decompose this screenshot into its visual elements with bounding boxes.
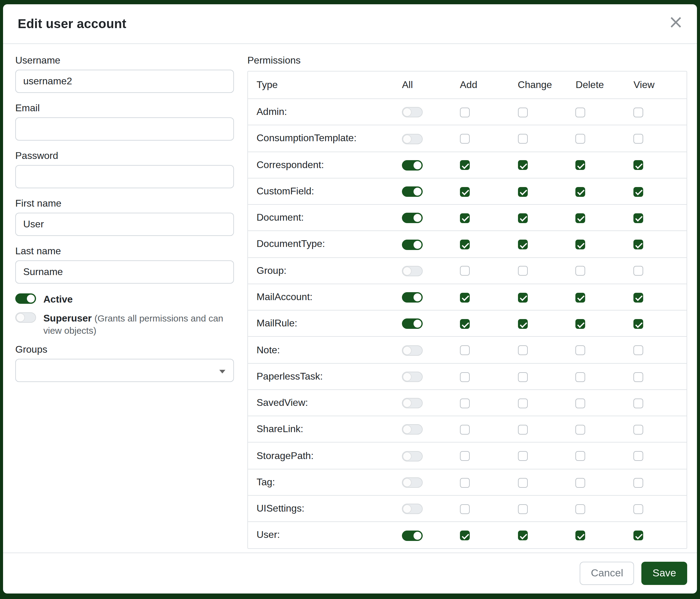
permission-change-checkbox[interactable] <box>518 425 527 435</box>
permission-view-checkbox[interactable] <box>633 504 643 514</box>
permission-add-checkbox[interactable] <box>460 399 470 408</box>
permission-all-toggle[interactable] <box>402 425 423 435</box>
permission-all-toggle[interactable] <box>402 239 423 250</box>
permission-delete-checkbox[interactable] <box>576 107 585 117</box>
permission-add-checkbox[interactable] <box>460 293 470 303</box>
permission-change-checkbox[interactable] <box>518 266 527 276</box>
permission-change-checkbox[interactable] <box>518 319 527 329</box>
permission-view-checkbox[interactable] <box>633 451 643 461</box>
permission-add-checkbox[interactable] <box>460 372 470 382</box>
permission-all-toggle[interactable] <box>402 266 423 276</box>
permission-view-checkbox[interactable] <box>633 372 643 382</box>
permission-change-checkbox[interactable] <box>518 372 527 382</box>
permission-all-toggle[interactable] <box>402 398 423 408</box>
permission-delete-checkbox[interactable] <box>576 346 585 355</box>
permission-change-checkbox[interactable] <box>518 399 527 408</box>
permission-change-checkbox[interactable] <box>518 293 527 303</box>
password-field[interactable] <box>15 165 234 188</box>
email-field[interactable] <box>15 117 234 141</box>
permission-type-label: MailRule: <box>256 318 297 329</box>
permission-add-checkbox[interactable] <box>460 187 470 196</box>
permission-add-checkbox[interactable] <box>460 266 470 276</box>
permission-all-toggle[interactable] <box>402 160 423 170</box>
permission-delete-checkbox[interactable] <box>576 451 585 461</box>
permission-change-checkbox[interactable] <box>518 504 527 514</box>
permission-change-checkbox[interactable] <box>518 161 527 170</box>
username-input[interactable] <box>15 70 234 93</box>
permission-all-toggle[interactable] <box>402 107 423 118</box>
permission-add-checkbox[interactable] <box>460 504 470 514</box>
close-icon[interactable]: × <box>668 13 683 31</box>
permission-view-checkbox[interactable] <box>633 107 643 117</box>
permission-view-checkbox[interactable] <box>633 425 643 435</box>
permission-delete-checkbox[interactable] <box>576 399 585 408</box>
permission-all-toggle[interactable] <box>402 292 423 303</box>
permission-delete-checkbox[interactable] <box>576 266 585 276</box>
permission-all-toggle[interactable] <box>402 319 423 329</box>
permission-view-checkbox[interactable] <box>633 240 643 249</box>
permission-view-checkbox[interactable] <box>633 319 643 329</box>
permission-add-checkbox[interactable] <box>460 134 470 144</box>
permission-add-checkbox[interactable] <box>460 478 470 487</box>
permission-add-checkbox[interactable] <box>460 240 470 249</box>
permission-add-checkbox[interactable] <box>460 530 470 540</box>
permission-delete-checkbox[interactable] <box>576 319 585 329</box>
permission-add-checkbox[interactable] <box>460 451 470 461</box>
permission-delete-checkbox[interactable] <box>576 240 585 249</box>
permission-change-checkbox[interactable] <box>518 107 527 117</box>
permission-view-checkbox[interactable] <box>633 346 643 355</box>
permission-add-checkbox[interactable] <box>460 346 470 355</box>
last-name-field[interactable] <box>15 260 234 284</box>
username-group: Username <box>15 55 234 93</box>
superuser-toggle[interactable] <box>15 312 36 323</box>
permission-add-checkbox[interactable] <box>460 319 470 329</box>
permission-view-checkbox[interactable] <box>633 293 643 303</box>
permission-all-toggle[interactable] <box>402 372 423 382</box>
first-name-group: First name <box>15 198 234 236</box>
permission-all-toggle[interactable] <box>402 504 423 514</box>
permission-add-checkbox[interactable] <box>460 161 470 170</box>
first-name-field[interactable] <box>15 213 234 236</box>
permission-delete-checkbox[interactable] <box>576 530 585 540</box>
permission-delete-checkbox[interactable] <box>576 372 585 382</box>
permission-view-checkbox[interactable] <box>633 134 643 144</box>
permission-view-checkbox[interactable] <box>633 530 643 540</box>
permission-delete-checkbox[interactable] <box>576 213 585 223</box>
permission-view-checkbox[interactable] <box>633 478 643 487</box>
permission-change-checkbox[interactable] <box>518 240 527 249</box>
permission-change-checkbox[interactable] <box>518 187 527 196</box>
permission-change-checkbox[interactable] <box>518 213 527 223</box>
cancel-button[interactable]: Cancel <box>580 562 634 585</box>
permission-view-checkbox[interactable] <box>633 266 643 276</box>
active-toggle[interactable] <box>15 293 36 304</box>
permission-row: Document: <box>248 205 686 231</box>
permission-all-toggle[interactable] <box>402 186 423 197</box>
permission-all-toggle[interactable] <box>402 213 423 223</box>
permission-all-toggle[interactable] <box>402 451 423 461</box>
permission-view-checkbox[interactable] <box>633 161 643 170</box>
permission-change-checkbox[interactable] <box>518 346 527 355</box>
permission-all-toggle[interactable] <box>402 134 423 144</box>
permission-delete-checkbox[interactable] <box>576 293 585 303</box>
permission-delete-checkbox[interactable] <box>576 425 585 435</box>
permission-view-checkbox[interactable] <box>633 187 643 196</box>
permission-add-checkbox[interactable] <box>460 213 470 223</box>
permission-delete-checkbox[interactable] <box>576 161 585 170</box>
permission-add-checkbox[interactable] <box>460 425 470 435</box>
permission-change-checkbox[interactable] <box>518 530 527 540</box>
permission-change-checkbox[interactable] <box>518 134 527 144</box>
permission-delete-checkbox[interactable] <box>576 134 585 144</box>
permission-delete-checkbox[interactable] <box>576 478 585 487</box>
permission-add-checkbox[interactable] <box>460 107 470 117</box>
save-button[interactable]: Save <box>642 562 688 585</box>
permission-all-toggle[interactable] <box>402 477 423 488</box>
permission-change-checkbox[interactable] <box>518 478 527 487</box>
groups-select[interactable] <box>15 359 234 382</box>
permission-change-checkbox[interactable] <box>518 451 527 461</box>
permission-delete-checkbox[interactable] <box>576 504 585 514</box>
permission-all-toggle[interactable] <box>402 345 423 355</box>
permission-delete-checkbox[interactable] <box>576 187 585 196</box>
permission-view-checkbox[interactable] <box>633 399 643 408</box>
permission-all-toggle[interactable] <box>402 530 423 541</box>
permission-view-checkbox[interactable] <box>633 213 643 223</box>
